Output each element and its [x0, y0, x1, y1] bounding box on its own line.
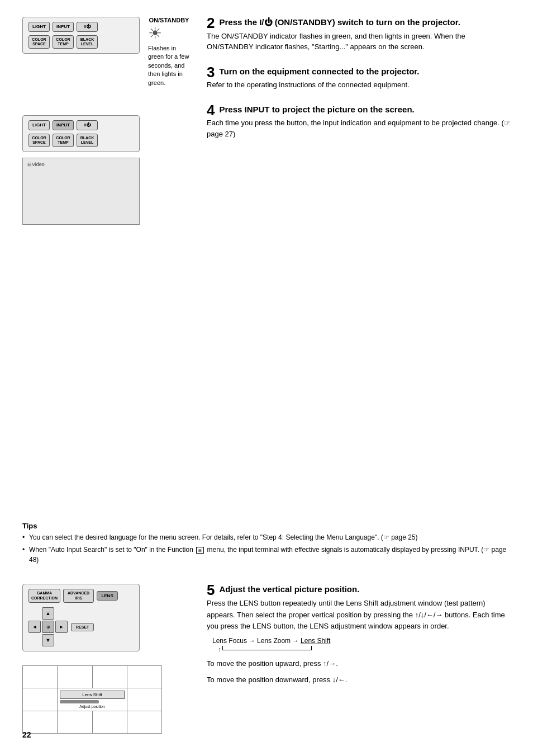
step-5-body3: To move the position downward, press ↓/←… — [207, 674, 511, 686]
color-space-btn[interactable]: COLORSPACE — [28, 35, 50, 49]
left-col: LIGHT INPUT I/⏻ COLORSPACE COLORTEMP BLA… — [22, 17, 190, 516]
step-4-body: Each time you press the button, the inpu… — [207, 117, 511, 139]
table-row-2: Lens Shift Adjust position — [23, 688, 162, 711]
gamma-btn[interactable]: GAMMACORRECTION — [28, 589, 60, 603]
black-level-btn-2[interactable]: BLACKLEVEL — [77, 134, 98, 148]
cell-1-1 — [23, 666, 58, 688]
menu-grid-icon: ⊞ — [196, 547, 204, 554]
dpad-empty-3 — [28, 634, 41, 646]
lens-focus-label: Lens Focus — [212, 637, 247, 645]
screen-label: ⊟Video — [27, 162, 45, 167]
table-row-3 — [23, 711, 162, 734]
bracket-up-arrow: ↑ — [218, 646, 221, 654]
lens-cycle-bracket: ↑ — [218, 646, 511, 654]
step-5-body1: Press the LENS button repeatedly until t… — [207, 598, 511, 632]
step-2: 2 Press the I/⏻ (ON/STANDBY) switch to t… — [207, 17, 511, 53]
adjust-position-label: Adjust position — [60, 705, 125, 708]
control-panel: GAMMACORRECTION ADVANCEDIRIS LENS ▲ ◄ ⊕ … — [22, 584, 140, 651]
page-number: 22 — [22, 730, 31, 739]
dpad-down[interactable]: ▼ — [42, 634, 54, 646]
lens-shift-table-container: Lens Shift Adjust position — [22, 665, 162, 734]
adjust-bar — [60, 700, 99, 703]
cell-1-4 — [127, 666, 161, 688]
remote-row-2: COLORSPACE COLORTEMP BLACKLEVEL — [28, 35, 134, 49]
remote-row-3: LIGHT INPUT I/⏻ — [28, 120, 134, 130]
color-temp-btn-2[interactable]: COLORTEMP — [53, 134, 74, 148]
remote-row-1: LIGHT INPUT I/⏻ — [28, 22, 134, 32]
step-4-container: 4 Press INPUT to project the picture on … — [207, 104, 511, 140]
lens-btn[interactable]: LENS — [97, 591, 118, 601]
ctrl-top-row: GAMMACORRECTION ADVANCEDIRIS LENS — [28, 589, 134, 603]
lens-shift-cell: Lens Shift Adjust position — [58, 688, 127, 711]
step-2-heading: Press the I/⏻ (ON/STANDBY) switch to tur… — [207, 17, 511, 28]
input-btn-2[interactable]: INPUT — [53, 120, 74, 130]
right-col: 2 Press the I/⏻ (ON/STANDBY) switch to t… — [190, 17, 511, 516]
sun-icon: ☀ — [148, 26, 190, 41]
remote-row-4: COLORSPACE COLORTEMP BLACKLEVEL — [28, 134, 134, 148]
lower-section: GAMMACORRECTION ADVANCEDIRIS LENS ▲ ◄ ⊕ … — [22, 584, 511, 734]
ctrl-middle: ▲ ◄ ⊕ ► ▼ RESET — [28, 607, 134, 646]
lens-cycle-line: Lens Focus → Lens Zoom → Lens Shift — [212, 637, 511, 645]
dpad-empty-2 — [55, 607, 68, 620]
step-3-body: Refer to the operating instructions of t… — [207, 79, 511, 91]
step-5-number: 5 — [207, 584, 215, 597]
power-btn-2[interactable]: I/⏻ — [77, 120, 98, 130]
cell-3-3 — [92, 711, 127, 734]
tips-section: Tips You can select the desired language… — [22, 522, 511, 567]
remote-panel-1: LIGHT INPUT I/⏻ COLORSPACE COLORTEMP BLA… — [22, 17, 140, 54]
lens-zoom-label: Lens Zoom — [257, 637, 291, 645]
remote-control-2: LIGHT INPUT I/⏻ COLORSPACE COLORTEMP BLA… — [22, 115, 140, 152]
step-2-container: 2 Press the I/⏻ (ON/STANDBY) switch to t… — [207, 17, 511, 53]
dpad-empty-4 — [55, 634, 68, 646]
bracket-line — [222, 646, 312, 650]
page: LIGHT INPUT I/⏻ COLORSPACE COLORTEMP BLA… — [0, 0, 533, 756]
light-btn[interactable]: LIGHT — [28, 22, 50, 32]
step-5-container: 5 Adjust the vertical picture position. … — [207, 584, 511, 632]
cell-3-4 — [127, 711, 161, 734]
step-2-number: 2 — [207, 17, 215, 30]
step-3-container: 3 Turn on the equipment connected to the… — [207, 66, 511, 91]
standby-area: LIGHT INPUT I/⏻ COLORSPACE COLORTEMP BLA… — [22, 17, 190, 87]
lower-left: GAMMACORRECTION ADVANCEDIRIS LENS ▲ ◄ ⊕ … — [22, 584, 190, 734]
lens-shift-table: Lens Shift Adjust position — [22, 665, 162, 734]
cell-2-1 — [23, 688, 58, 711]
screen-display: ⊟Video — [22, 158, 140, 225]
dpad-up[interactable]: ▲ — [42, 607, 54, 620]
step-4: 4 Press INPUT to project the picture on … — [207, 104, 511, 140]
input-btn[interactable]: INPUT — [53, 22, 74, 32]
dpad-left[interactable]: ◄ — [28, 621, 41, 633]
table-row-1 — [23, 666, 162, 688]
cell-1-3 — [92, 666, 127, 688]
step-2-body: The ON/STANDBY indicator flashes in gree… — [207, 31, 511, 53]
step-5-heading: Adjust the vertical picture position. — [207, 584, 511, 595]
step-5-body2: To move the position upward, press ↑/→. — [207, 658, 511, 670]
step-3-heading: Turn on the equipment connected to the p… — [207, 66, 511, 77]
main-content: LIGHT INPUT I/⏻ COLORSPACE COLORTEMP BLA… — [22, 17, 511, 516]
tip-1: You can select the desired language for … — [22, 532, 511, 542]
tips-title: Tips — [22, 522, 511, 530]
arrow-2: → — [292, 637, 299, 645]
lower-right: 5 Adjust the vertical picture position. … — [190, 584, 511, 734]
dpad-center[interactable]: ⊕ — [42, 621, 54, 633]
power-btn[interactable]: I/⏻ — [77, 22, 98, 32]
step-5: 5 Adjust the vertical picture position. … — [207, 584, 511, 632]
cell-3-2 — [58, 711, 92, 734]
color-temp-btn[interactable]: COLORTEMP — [53, 35, 74, 49]
reset-btn[interactable]: RESET — [71, 623, 94, 631]
advanced-iris-btn[interactable]: ADVANCEDIRIS — [63, 589, 94, 603]
black-level-btn[interactable]: BLACKLEVEL — [77, 35, 98, 49]
step-3-number: 3 — [207, 66, 215, 79]
dpad: ▲ ◄ ⊕ ► ▼ — [28, 607, 68, 646]
standby-description: Flashes in green for a few seconds, and … — [148, 44, 190, 87]
light-btn-2[interactable]: LIGHT — [28, 120, 50, 130]
remote-control-1: LIGHT INPUT I/⏻ COLORSPACE COLORTEMP BLA… — [22, 17, 140, 54]
color-space-btn-2[interactable]: COLORSPACE — [28, 134, 50, 148]
step-4-number: 4 — [207, 104, 215, 117]
standby-label: ON/STANDBY — [148, 17, 190, 23]
dpad-right[interactable]: ► — [55, 621, 68, 633]
step-4-heading: Press INPUT to project the picture on th… — [207, 104, 511, 115]
remote-and-screen: LIGHT INPUT I/⏻ COLORSPACE COLORTEMP BLA… — [22, 115, 140, 225]
cell-1-2 — [58, 666, 92, 688]
lens-shift-text: Lens Shift — [301, 637, 330, 645]
tips-list: You can select the desired language for … — [22, 532, 511, 565]
